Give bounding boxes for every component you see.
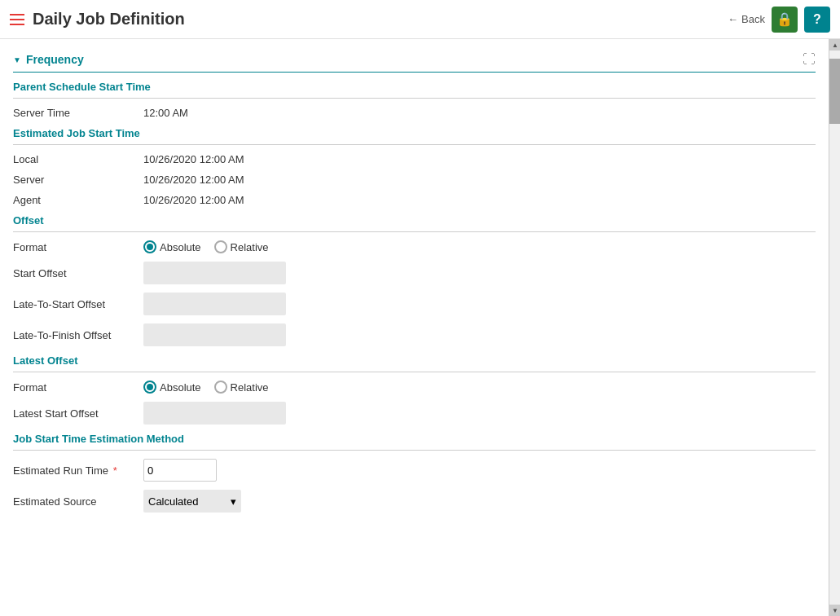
latest-relative-label: Relative <box>231 381 269 394</box>
help-button[interactable]: ? <box>804 7 830 33</box>
server-est-time-row: Server 10/26/2020 12:00 AM <box>13 174 816 186</box>
top-bar-right: ← Back 🔒 ? <box>728 7 830 33</box>
latest-start-offset-row: Latest Start Offset <box>13 402 816 425</box>
latest-relative-radio[interactable]: Relative <box>214 381 269 394</box>
dropdown-arrow-icon: ▾ <box>231 495 236 508</box>
late-to-start-label: Late-To-Start Offset <box>13 298 143 310</box>
job-start-estimation-divider <box>13 450 816 451</box>
content-area: ▼ Frequency ⛶ Parent Schedule Start Time… <box>0 39 829 616</box>
offset-format-label: Format <box>13 241 143 253</box>
local-time-row: Local 10/26/2020 12:00 AM <box>13 153 816 165</box>
latest-absolute-radio-circle[interactable] <box>143 381 156 394</box>
page-title: Daily Job Definition <box>33 10 185 29</box>
estimated-run-time-input[interactable] <box>143 459 217 482</box>
back-label: Back <box>741 13 765 25</box>
offset-format-row: Format Absolute Relative <box>13 240 816 253</box>
top-bar: Daily Job Definition ← Back 🔒 ? <box>0 0 840 39</box>
scrollbar-outer: ▼ Frequency ⛶ Parent Schedule Start Time… <box>0 39 840 616</box>
local-time-value: 10/26/2020 12:00 AM <box>143 153 244 165</box>
frequency-divider <box>13 72 816 73</box>
back-button[interactable]: ← Back <box>728 13 765 25</box>
late-to-finish-label: Late-To-Finish Offset <box>13 329 143 341</box>
latest-offset-format-row: Format Absolute Relative <box>13 381 816 394</box>
frequency-title: ▼ Frequency <box>13 53 84 66</box>
estimated-job-start-title: Estimated Job Start Time <box>13 127 816 139</box>
server-est-time-value: 10/26/2020 12:00 AM <box>143 174 244 186</box>
offset-title: Offset <box>13 214 816 227</box>
offset-absolute-radio[interactable]: Absolute <box>143 240 201 253</box>
estimated-run-time-label: Estimated Run Time * <box>13 464 143 477</box>
latest-start-offset-input[interactable] <box>143 402 286 425</box>
menu-icon[interactable] <box>10 14 24 25</box>
parent-schedule-title: Parent Schedule Start Time <box>13 81 816 93</box>
offset-format-radio-group: Absolute Relative <box>143 240 269 253</box>
frequency-label: Frequency <box>26 53 84 66</box>
latest-relative-radio-circle[interactable] <box>214 381 227 394</box>
estimated-run-time-row: Estimated Run Time * <box>13 459 816 482</box>
scroll-down-arrow[interactable]: ▼ <box>829 605 840 616</box>
start-offset-row: Start Offset <box>13 262 816 284</box>
local-time-label: Local <box>13 153 143 165</box>
help-icon: ? <box>813 12 821 27</box>
agent-time-value: 10/26/2020 12:00 AM <box>143 194 244 206</box>
offset-divider <box>13 231 816 232</box>
latest-offset-format-label: Format <box>13 381 143 394</box>
scrollbar-track: ▲ ▼ <box>829 39 840 616</box>
estimated-job-start-divider <box>13 144 816 145</box>
late-to-finish-input[interactable] <box>143 323 286 346</box>
server-time-value: 12:00 AM <box>143 107 188 119</box>
estimated-source-value: Calculated <box>148 495 198 508</box>
estimated-source-label: Estimated Source <box>13 495 143 508</box>
server-est-time-label: Server <box>13 174 143 186</box>
server-time-row: Server Time 12:00 AM <box>13 107 816 119</box>
required-star: * <box>110 464 117 477</box>
agent-time-label: Agent <box>13 194 143 206</box>
latest-absolute-label: Absolute <box>160 381 201 394</box>
offset-relative-label: Relative <box>231 241 269 253</box>
late-to-start-input[interactable] <box>143 293 286 315</box>
latest-absolute-radio[interactable]: Absolute <box>143 381 201 394</box>
start-offset-label: Start Offset <box>13 267 143 279</box>
latest-start-offset-label: Latest Start Offset <box>13 407 143 420</box>
lock-button[interactable]: 🔒 <box>772 7 798 33</box>
late-to-finish-row: Late-To-Finish Offset <box>13 323 816 346</box>
back-arrow-icon: ← <box>728 13 738 25</box>
estimated-source-dropdown[interactable]: Calculated ▾ <box>143 490 241 513</box>
frequency-section-header: ▼ Frequency ⛶ <box>13 47 816 70</box>
offset-relative-radio[interactable]: Relative <box>214 240 269 253</box>
offset-absolute-label: Absolute <box>160 241 201 253</box>
offset-absolute-radio-circle[interactable] <box>143 240 156 253</box>
frequency-arrow-icon[interactable]: ▼ <box>13 55 21 64</box>
lock-icon: 🔒 <box>776 11 793 27</box>
offset-relative-radio-circle[interactable] <box>214 240 227 253</box>
latest-offset-divider <box>13 372 816 372</box>
parent-schedule-divider <box>13 98 816 99</box>
estimated-source-row: Estimated Source Calculated ▾ <box>13 490 816 513</box>
server-time-label: Server Time <box>13 107 143 119</box>
expand-icon[interactable]: ⛶ <box>803 52 816 67</box>
latest-offset-title: Latest Offset <box>13 354 816 367</box>
scroll-up-arrow[interactable]: ▲ <box>829 39 840 51</box>
latest-offset-radio-group: Absolute Relative <box>143 381 269 394</box>
main-content: ▼ Frequency ⛶ Parent Schedule Start Time… <box>0 39 840 616</box>
late-to-start-row: Late-To-Start Offset <box>13 293 816 315</box>
start-offset-input[interactable] <box>143 262 286 284</box>
top-bar-left: Daily Job Definition <box>10 10 185 29</box>
scroll-thumb[interactable] <box>829 59 840 124</box>
agent-time-row: Agent 10/26/2020 12:00 AM <box>13 194 816 206</box>
job-start-estimation-title: Job Start Time Estimation Method <box>13 433 816 445</box>
